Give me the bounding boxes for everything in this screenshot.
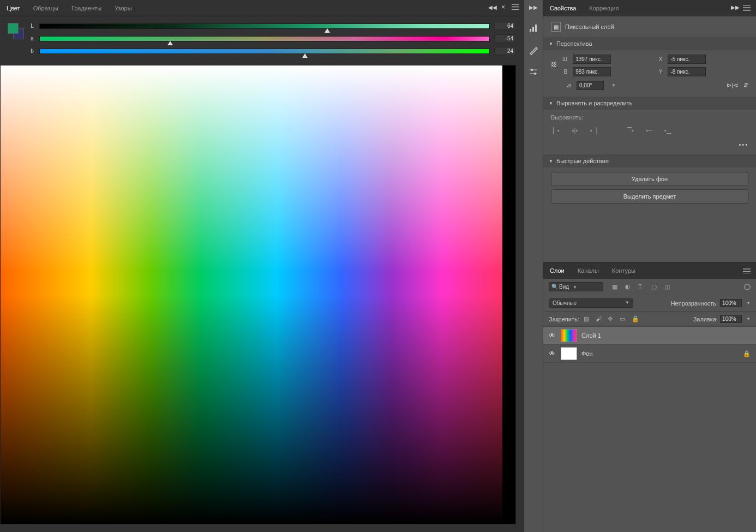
blend-mode-dropdown[interactable]: Обычные▼ <box>549 298 633 308</box>
filter-toggle[interactable] <box>744 284 751 290</box>
align-top-icon[interactable]: ▔▪ <box>625 125 636 136</box>
brush-icon[interactable] <box>527 44 539 56</box>
filter-pixel-icon[interactable]: ▦ <box>612 283 620 291</box>
a-thumb[interactable] <box>167 41 173 45</box>
panel-menu-icon[interactable] <box>509 4 521 10</box>
fill-dropdown-icon[interactable]: ▼ <box>746 316 751 321</box>
filter-adjust-icon[interactable]: ◐ <box>625 283 633 291</box>
visibility-icon[interactable]: 👁 <box>549 332 556 339</box>
align-right-icon[interactable]: ▪▕ <box>588 125 599 136</box>
filter-smart-icon[interactable]: ◫ <box>664 283 672 291</box>
flip-h-icon[interactable]: ⊳|⊲ <box>727 82 738 89</box>
l-label: L <box>29 23 35 29</box>
opacity-label: Непрозрачность: <box>671 300 718 307</box>
more-options-icon[interactable]: ••• <box>551 141 748 148</box>
align-left-icon[interactable]: ▏▪ <box>551 125 562 136</box>
quick-actions-title: Быстрые действия <box>556 158 609 164</box>
foreground-background-swatch[interactable] <box>8 23 24 39</box>
a-slider[interactable] <box>39 36 490 41</box>
layer-type-label: Пиксельный слой <box>565 23 614 30</box>
l-slider[interactable] <box>39 23 490 29</box>
angle-input[interactable] <box>577 81 604 90</box>
color-spectrum[interactable] <box>0 65 516 524</box>
align-center-v-icon[interactable]: ▪─ <box>644 125 655 136</box>
y-input[interactable] <box>668 67 706 76</box>
props-menu-icon[interactable] <box>741 5 753 11</box>
color-sliders: L 64 a -54 b 24 <box>0 16 524 63</box>
layer-item[interactable]: 👁 Фон 🔒 <box>543 345 756 363</box>
layer-item[interactable]: 👁 Слой 1 <box>543 327 756 345</box>
tab-channels[interactable]: Каналы <box>571 263 605 278</box>
properties-tabs: Свойства Коррекция ▶▶ <box>543 0 756 16</box>
tab-patterns[interactable]: Узоры <box>108 1 138 16</box>
b-value[interactable]: 24 <box>494 47 516 55</box>
lock-artboard-icon[interactable]: ▭ <box>620 315 627 323</box>
collapse-props-icon[interactable]: ▶▶ <box>731 4 740 10</box>
svg-rect-2 <box>535 25 537 32</box>
expand-right-icon[interactable]: ▶▶ <box>529 4 538 10</box>
layers-panel: Слои Каналы Контуры 🔍 Вид ▼ ▦ ◐ T ▢ ◫ Об… <box>543 262 756 532</box>
pixel-layer-icon: ▩ <box>551 22 561 32</box>
layers-list: 👁 Слой 1 👁 Фон 🔒 <box>543 327 756 532</box>
tab-layers[interactable]: Слои <box>543 263 571 278</box>
lock-position-icon[interactable]: ✥ <box>608 315 615 323</box>
l-thumb[interactable] <box>325 28 330 33</box>
tab-color[interactable]: Цвет <box>0 1 27 16</box>
x-label: X <box>659 56 663 62</box>
angle-dropdown-icon[interactable]: ▼ <box>611 83 616 88</box>
foreground-color[interactable] <box>8 23 19 34</box>
fill-label: Заливка: <box>693 316 718 322</box>
filter-text-icon[interactable]: T <box>638 283 646 291</box>
l-value[interactable]: 64 <box>494 22 516 30</box>
layer-name[interactable]: Слой 1 <box>581 332 601 339</box>
opacity-input[interactable] <box>720 299 742 307</box>
height-input[interactable] <box>573 67 611 76</box>
histogram-icon[interactable] <box>527 22 539 34</box>
tab-swatches[interactable]: Образцы <box>27 1 65 16</box>
layer-type-row: ▩ Пиксельный слой <box>543 16 756 37</box>
a-label: a <box>29 35 35 41</box>
layer-name[interactable]: Фон <box>581 350 593 357</box>
tab-gradients[interactable]: Градиенты <box>65 1 108 16</box>
b-thumb[interactable] <box>302 53 308 58</box>
x-input[interactable] <box>668 55 706 64</box>
layers-menu-icon[interactable] <box>741 268 753 273</box>
align-center-h-icon[interactable]: ▪|▪ <box>569 125 580 136</box>
align-sublabel: Выровнять: <box>551 114 748 121</box>
a-value[interactable]: -54 <box>494 34 516 43</box>
transform-section-header[interactable]: ▼ Перспектива <box>543 37 756 50</box>
layer-thumbnail[interactable] <box>561 347 577 360</box>
flip-v-icon[interactable]: ⇵ <box>743 82 748 89</box>
quick-actions-header[interactable]: ▼ Быстрые действия <box>543 154 756 168</box>
svg-point-4 <box>531 69 533 71</box>
layer-filter-dropdown[interactable]: 🔍 Вид ▼ <box>549 282 603 291</box>
opacity-dropdown-icon[interactable]: ▼ <box>746 301 751 306</box>
visibility-icon[interactable]: 👁 <box>549 350 556 357</box>
align-bottom-icon[interactable]: ▪▁ <box>662 125 673 136</box>
lock-transparent-icon[interactable]: ▨ <box>584 315 591 323</box>
right-panel: Свойства Коррекция ▶▶ ▩ Пиксельный слой … <box>543 0 756 532</box>
svg-rect-1 <box>532 27 534 32</box>
width-input[interactable] <box>573 55 611 64</box>
adjustments-icon[interactable] <box>527 66 539 78</box>
b-slider[interactable] <box>39 49 490 54</box>
fill-input[interactable] <box>720 315 742 323</box>
tab-adjustments[interactable]: Коррекция <box>583 1 625 16</box>
layer-thumbnail[interactable] <box>561 329 577 342</box>
close-icon[interactable]: × <box>499 3 507 11</box>
select-subject-button[interactable]: Выделить предмет <box>551 189 748 204</box>
remove-background-button[interactable]: Удалить фон <box>551 172 748 186</box>
collapse-left-icon[interactable]: ◀◀ <box>488 4 497 10</box>
lock-all-icon[interactable]: 🔒 <box>632 315 639 323</box>
width-label: Ш <box>562 56 567 62</box>
height-label: В <box>562 69 567 75</box>
b-label: b <box>29 48 35 54</box>
link-icon[interactable]: ⛓ <box>551 61 557 68</box>
lock-pixels-icon[interactable]: 🖌 <box>596 315 603 323</box>
tab-properties[interactable]: Свойства <box>543 1 583 16</box>
filter-shape-icon[interactable]: ▢ <box>651 283 659 291</box>
align-section-header[interactable]: ▼ Выровнять и распределить <box>543 97 756 110</box>
lock-label: Закрепить: <box>549 316 579 322</box>
tab-paths[interactable]: Контуры <box>605 263 642 278</box>
lock-icon[interactable]: 🔒 <box>743 350 751 357</box>
